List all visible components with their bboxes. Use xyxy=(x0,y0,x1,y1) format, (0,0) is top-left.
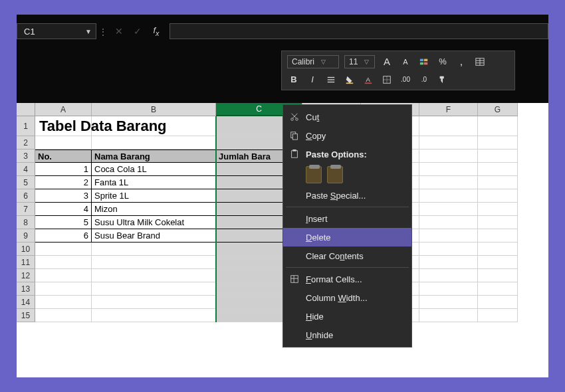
cell[interactable] xyxy=(419,163,478,176)
cell[interactable]: 3 xyxy=(35,189,92,203)
cell[interactable] xyxy=(419,216,478,229)
cell[interactable] xyxy=(35,296,92,309)
cell[interactable]: 1 xyxy=(35,163,92,176)
align-icon[interactable] xyxy=(324,73,338,86)
row-header-3[interactable]: 3 xyxy=(17,149,35,163)
cell[interactable] xyxy=(478,189,518,203)
cell[interactable] xyxy=(478,203,518,216)
row-header-14[interactable]: 14 xyxy=(17,296,35,309)
cell[interactable] xyxy=(419,229,478,243)
name-box[interactable]: C1 ▼ xyxy=(17,23,96,39)
row-header-12[interactable]: 12 xyxy=(17,269,35,282)
cell[interactable] xyxy=(478,309,518,322)
fx-icon[interactable]: fx xyxy=(147,23,166,39)
cell[interactable] xyxy=(419,269,478,282)
cell[interactable] xyxy=(419,243,478,256)
decrease-decimal-icon[interactable]: .0 xyxy=(417,73,431,86)
cell[interactable]: Fanta 1L xyxy=(92,176,216,189)
cell[interactable] xyxy=(419,203,478,216)
cell[interactable] xyxy=(35,309,92,322)
row-header-10[interactable]: 10 xyxy=(17,243,35,256)
ctx-copy[interactable]: Copy xyxy=(283,126,411,145)
row-header-9[interactable]: 9 xyxy=(17,229,35,243)
percent-icon[interactable]: % xyxy=(436,55,449,68)
cell[interactable] xyxy=(478,243,518,256)
cell[interactable]: 5 xyxy=(35,216,92,229)
font-size-select[interactable]: 11 ▽ xyxy=(344,55,375,68)
cell[interactable] xyxy=(35,256,92,269)
italic-icon[interactable]: I xyxy=(306,73,319,86)
ctx-insert[interactable]: Insert xyxy=(283,209,411,228)
formula-input[interactable] xyxy=(170,23,548,39)
cell[interactable]: Coca Cola 1L xyxy=(92,163,216,176)
cell[interactable] xyxy=(92,136,216,149)
cell[interactable] xyxy=(478,216,518,229)
borders-icon[interactable] xyxy=(380,73,394,86)
cell[interactable]: Sprite 1L xyxy=(92,189,216,203)
increase-decimal-icon[interactable]: .00 xyxy=(399,73,412,86)
cell[interactable]: Mizon xyxy=(92,203,216,216)
format-table-icon[interactable] xyxy=(473,55,487,68)
cell[interactable]: 6 xyxy=(35,229,92,243)
column-header-F[interactable]: F xyxy=(419,103,478,116)
row-header-2[interactable]: 2 xyxy=(17,136,35,149)
font-name-select[interactable]: Calibri ▽ xyxy=(287,55,339,68)
column-header-A[interactable]: A xyxy=(35,103,92,116)
paste-values-icon[interactable] xyxy=(327,166,343,183)
cell[interactable]: No. xyxy=(35,149,92,163)
cell[interactable] xyxy=(419,176,478,189)
cell[interactable] xyxy=(478,229,518,243)
column-header-G[interactable]: G xyxy=(478,103,518,116)
cell[interactable] xyxy=(92,296,216,309)
cell[interactable] xyxy=(478,296,518,309)
row-header-4[interactable]: 4 xyxy=(17,163,35,176)
cell[interactable] xyxy=(92,243,216,256)
cell[interactable] xyxy=(478,256,518,269)
cell[interactable] xyxy=(92,282,216,296)
ctx-unhide[interactable]: Unhide xyxy=(283,326,411,344)
cell[interactable] xyxy=(419,189,478,203)
cell[interactable] xyxy=(478,163,518,176)
row-header-15[interactable]: 15 xyxy=(17,309,35,322)
cell[interactable]: Susu Bear Brand xyxy=(92,229,216,243)
row-header-7[interactable]: 7 xyxy=(17,203,35,216)
cell[interactable] xyxy=(478,116,518,136)
cell[interactable] xyxy=(419,296,478,309)
row-header-11[interactable]: 11 xyxy=(17,256,35,269)
cell[interactable] xyxy=(419,282,478,296)
cell[interactable] xyxy=(419,149,478,163)
cell[interactable] xyxy=(92,309,216,322)
bold-icon[interactable]: B xyxy=(287,73,300,86)
select-all-corner[interactable] xyxy=(17,103,35,116)
cell[interactable] xyxy=(92,269,216,282)
ctx-format-cells[interactable]: Format Cells... xyxy=(283,270,411,288)
row-header-5[interactable]: 5 xyxy=(17,176,35,189)
cell[interactable] xyxy=(35,269,92,282)
ctx-column-width[interactable]: Column Width... xyxy=(283,288,411,307)
cell-styles-icon[interactable] xyxy=(417,55,431,68)
cell[interactable] xyxy=(478,136,518,149)
increase-font-icon[interactable]: A xyxy=(380,55,394,68)
decrease-font-icon[interactable]: A xyxy=(399,55,412,68)
cell[interactable] xyxy=(419,116,478,136)
row-header-1[interactable]: 1 xyxy=(17,116,35,136)
title-cell[interactable]: Tabel Data Barang xyxy=(35,116,92,136)
cell[interactable]: Nama Barang xyxy=(92,149,216,163)
cell[interactable] xyxy=(478,149,518,163)
column-header-B[interactable]: B xyxy=(92,103,216,116)
cell[interactable] xyxy=(478,282,518,296)
cell[interactable]: 4 xyxy=(35,203,92,216)
ctx-paste-special[interactable]: Paste Special... xyxy=(283,186,411,205)
cell[interactable] xyxy=(419,256,478,269)
cell[interactable] xyxy=(478,176,518,189)
ctx-clear-contents[interactable]: Clear Contents xyxy=(283,246,411,265)
row-header-6[interactable]: 6 xyxy=(17,189,35,203)
font-color-icon[interactable]: A xyxy=(362,73,375,86)
cell[interactable] xyxy=(478,269,518,282)
format-painter-icon[interactable] xyxy=(436,73,449,86)
row-header-13[interactable]: 13 xyxy=(17,282,35,296)
comma-icon[interactable]: , xyxy=(455,55,468,68)
cell[interactable] xyxy=(92,256,216,269)
cell[interactable] xyxy=(92,116,216,136)
cell[interactable] xyxy=(419,309,478,322)
